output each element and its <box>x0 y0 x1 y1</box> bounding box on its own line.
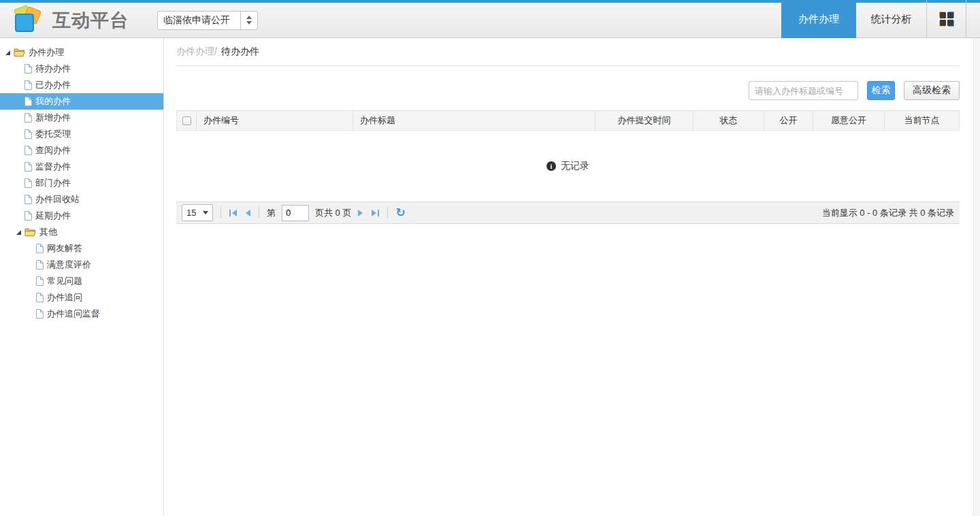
tree-group-1[interactable]: 其他 <box>0 224 163 240</box>
file-icon <box>24 80 32 90</box>
column-header-7: 当前节点 <box>884 111 959 130</box>
apps-grid-icon <box>940 12 953 26</box>
file-icon <box>24 129 32 139</box>
tree-item-label: 办件回收站 <box>35 193 80 206</box>
tree-item-0-4[interactable]: 委托受理 <box>0 126 163 142</box>
tree-item-label: 满意度评价 <box>47 259 91 271</box>
page-body: 办件办理 待办办件 已办办件 我的办件 <box>0 38 980 516</box>
header-left: 互动平台 临淄依申请公开 <box>14 3 258 37</box>
refresh-icon[interactable]: ↻ <box>395 207 405 219</box>
tree-item-0-0[interactable]: 待办办件 <box>0 61 163 77</box>
breadcrumb-current: 待办办件 <box>221 46 259 58</box>
tab-tongji-fenxi[interactable]: 统计分析 <box>856 0 927 38</box>
table-header-row: 办件编号 办件标题 办件提交时间 状态 公开 愿意公开 当前节点 <box>176 110 960 131</box>
tree-item-label: 待办办件 <box>35 63 71 75</box>
page-size-select[interactable]: 15 <box>182 204 213 221</box>
tree-item-1-4[interactable]: 办件追问监督 <box>0 306 163 322</box>
file-icon <box>35 260 44 270</box>
column-header-5: 公开 <box>764 111 813 130</box>
column-header-3: 办件提交时间 <box>595 111 693 130</box>
file-icon <box>24 146 32 155</box>
tree-item-label: 延期办件 <box>35 210 71 222</box>
file-icon <box>24 64 32 74</box>
tree-item-1-3[interactable]: 办件追问 <box>0 289 163 306</box>
folder-icon <box>14 48 25 57</box>
pagination-bar: 15 第 页共 0 页 ↻ 当前显示 0 - 0 条记录 共 0 <box>176 201 960 224</box>
search-button[interactable]: 检索 <box>867 81 895 100</box>
page-size-value: 15 <box>186 208 196 218</box>
tree-group-0[interactable]: 办件办理 <box>0 44 163 61</box>
tree-item-0-8[interactable]: 办件回收站 <box>0 191 163 208</box>
tree-item-label: 查阅办件 <box>35 144 71 157</box>
tree-item-label: 部门办件 <box>35 177 71 189</box>
info-icon: i <box>546 161 556 171</box>
tree-item-0-2[interactable]: 我的办件 <box>0 93 163 110</box>
main-panel: 办件办理/ 待办办件 检索 高级检索 办件编号 办件标题 办件提交时间 状态 公… <box>164 38 973 516</box>
file-icon <box>35 244 44 253</box>
column-header-4: 状态 <box>693 111 764 130</box>
sidebar-tree: 办件办理 待办办件 已办办件 我的办件 <box>0 38 164 516</box>
file-icon <box>24 211 32 221</box>
tree-item-label: 网友解答 <box>47 242 82 255</box>
empty-state: i 无记录 <box>176 131 960 201</box>
tree-item-label: 新增办件 <box>35 112 71 124</box>
file-icon <box>24 113 32 123</box>
tree-item-label: 常见问题 <box>47 275 82 287</box>
file-icon <box>24 195 32 204</box>
tab-banjian-banli[interactable]: 办件办理 <box>781 0 856 38</box>
file-icon <box>24 97 32 106</box>
tree-item-1-2[interactable]: 常见问题 <box>0 273 163 289</box>
tree-item-1-1[interactable]: 满意度评价 <box>0 257 163 273</box>
breadcrumb: 办件办理/ 待办办件 <box>176 38 960 66</box>
select-all-cell <box>177 111 196 130</box>
pagination-summary: 当前显示 0 - 0 条记录 共 0 条记录 <box>822 207 954 219</box>
tree-item-label: 委托受理 <box>35 128 71 140</box>
tree-item-label: 我的办件 <box>35 95 71 108</box>
column-header-6: 愿意公开 <box>813 111 884 130</box>
search-input[interactable] <box>749 81 858 100</box>
breadcrumb-parent: 办件办理/ <box>176 46 217 58</box>
tree-item-0-1[interactable]: 已办办件 <box>0 77 163 93</box>
file-icon <box>35 309 44 319</box>
empty-state-text: 无记录 <box>561 160 589 172</box>
file-icon <box>35 293 44 302</box>
tree-item-0-5[interactable]: 查阅办件 <box>0 142 163 159</box>
tree-group-label: 办件办理 <box>29 46 64 59</box>
tree-item-label: 办件追问 <box>47 291 82 304</box>
next-page-button[interactable] <box>357 209 364 217</box>
file-icon <box>35 276 44 286</box>
tree-item-0-7[interactable]: 部门办件 <box>0 175 163 191</box>
last-page-button[interactable] <box>370 209 380 217</box>
site-select-value: 临淄依申请公开 <box>158 14 240 27</box>
caret-down-icon <box>203 211 208 214</box>
tree-item-label: 已办办件 <box>35 79 71 91</box>
tree-item-1-0[interactable]: 网友解答 <box>0 240 163 257</box>
tree-expand-icon[interactable] <box>16 230 21 235</box>
app-header: 互动平台 临淄依申请公开 办件办理 统计分析 <box>0 0 980 38</box>
column-header-1: 办件编号 <box>196 111 353 130</box>
prev-page-button[interactable] <box>244 209 251 217</box>
folder-icon <box>24 227 36 237</box>
tree-expand-icon[interactable] <box>5 50 10 55</box>
first-page-button[interactable] <box>229 209 238 217</box>
header-tabs: 办件办理 统计分析 <box>781 0 966 38</box>
page-number-input[interactable] <box>282 205 309 221</box>
search-row: 检索 高级检索 <box>176 81 960 100</box>
advanced-search-button[interactable]: 高级检索 <box>904 81 960 100</box>
tree-item-0-6[interactable]: 监督办件 <box>0 159 163 175</box>
tree-item-0-3[interactable]: 新增办件 <box>0 110 163 126</box>
tree-item-0-9[interactable]: 延期办件 <box>0 208 163 224</box>
site-select[interactable]: 临淄依申请公开 <box>157 11 258 30</box>
page-label-prefix: 第 <box>267 207 276 219</box>
site-select-stepper-icon[interactable] <box>240 12 257 29</box>
app-logo-icon <box>14 6 44 35</box>
page-label-suffix: 页共 0 页 <box>315 207 351 219</box>
scrollbar-track[interactable] <box>973 38 980 516</box>
tree-item-label: 监督办件 <box>35 161 71 173</box>
file-icon <box>24 178 32 188</box>
select-all-checkbox[interactable] <box>182 116 191 125</box>
apps-menu-button[interactable] <box>927 0 966 38</box>
tree-group-label: 其他 <box>39 226 57 238</box>
tree-item-label: 办件追问监督 <box>47 308 100 320</box>
app-title: 互动平台 <box>52 8 129 33</box>
